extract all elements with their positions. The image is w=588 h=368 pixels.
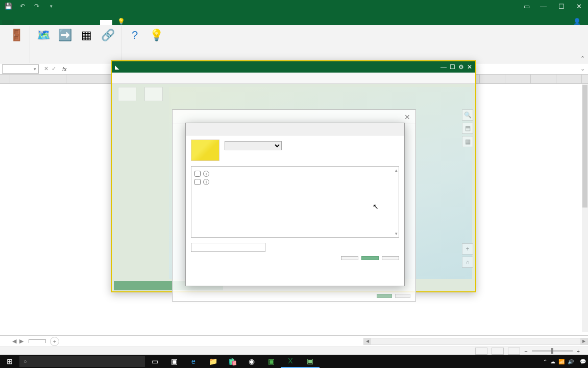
add-data-close-icon[interactable]: ✕ (404, 113, 410, 121)
go-to-map-icon: ➡️ (57, 27, 73, 43)
map-close-icon[interactable]: ✕ (467, 63, 472, 71)
enter-formula-icon[interactable]: ✓ (52, 65, 56, 72)
map-basemap-icon[interactable]: ▦ (462, 136, 473, 147)
horizontal-scrollbar[interactable] (363, 338, 588, 345)
add-map-button[interactable]: 🗺️ (33, 26, 54, 45)
start-button[interactable]: ⊞ (0, 355, 19, 368)
link-map-views-button[interactable]: 🔗 (97, 26, 118, 45)
from-excel-button[interactable] (142, 87, 165, 101)
fx-icon[interactable]: fx (62, 66, 67, 72)
chrome-icon[interactable]: ◉ (242, 355, 261, 368)
tray-up-icon[interactable]: ⌃ (543, 359, 547, 364)
column-header[interactable] (531, 75, 556, 83)
add-data-cancel-button[interactable] (395, 294, 410, 298)
close-icon[interactable]: ✕ (570, 0, 588, 12)
taskbar-search[interactable]: ○ (19, 356, 145, 367)
column-checkbox[interactable] (194, 171, 201, 177)
map-toolbar (112, 73, 475, 84)
add-data-button[interactable] (377, 294, 392, 298)
qat-customize-icon[interactable]: ▾ (46, 1, 56, 11)
page-layout-view-icon[interactable] (492, 348, 504, 355)
tab-formulas[interactable] (51, 20, 63, 25)
column-header[interactable] (480, 75, 505, 83)
add-sheet-button[interactable]: + (50, 337, 59, 346)
undo-icon[interactable]: ↶ (17, 1, 28, 11)
taskbar-app-icon[interactable]: ▣ (164, 355, 184, 368)
contents-button[interactable] (115, 87, 139, 101)
getting-started-button[interactable]: 💡 (146, 26, 166, 45)
scroll-up-icon[interactable]: ▴ (395, 168, 398, 173)
camtasia-icon[interactable]: ▣ (300, 355, 320, 368)
zoom-out-icon[interactable]: − (524, 348, 527, 354)
column-header[interactable] (66, 75, 112, 83)
page-break-view-icon[interactable] (508, 348, 520, 355)
map-maximize-icon[interactable]: ☐ (450, 63, 455, 71)
sheet-prev-icon[interactable]: ◀ (12, 338, 16, 344)
back-button[interactable] (341, 256, 358, 260)
redo-icon[interactable]: ↷ (32, 1, 42, 11)
cancel-button[interactable] (382, 256, 399, 260)
location-layer-select[interactable] (225, 141, 282, 150)
column-header[interactable] (10, 75, 66, 83)
tab-review[interactable] (76, 20, 88, 25)
tell-me-search[interactable]: 💡 (117, 18, 128, 25)
map-minimize-icon[interactable]: ― (440, 63, 447, 71)
store-icon[interactable]: 🛍️ (223, 355, 242, 368)
layer-thumbnail (191, 140, 219, 161)
map-layers-icon[interactable]: ▤ (462, 123, 473, 134)
tab-page-layout[interactable] (39, 20, 51, 25)
map-zoom-in-icon[interactable]: + (462, 243, 473, 255)
maximize-icon[interactable]: ☐ (552, 0, 570, 12)
network-icon[interactable]: 📶 (558, 359, 565, 364)
zoom-slider[interactable] (532, 350, 573, 352)
map-home-icon[interactable]: ⌂ (462, 257, 473, 268)
go-to-map-button[interactable]: ➡️ (55, 26, 75, 45)
columns-list[interactable]: i i ▴ ▾ (191, 166, 399, 238)
tab-file[interactable] (2, 20, 14, 25)
excel-taskbar-icon[interactable]: X (281, 355, 300, 368)
map-settings-icon[interactable]: ⚙ (458, 63, 464, 71)
zoom-in-icon[interactable]: + (577, 348, 580, 354)
tab-view[interactable] (88, 20, 100, 25)
tab-home[interactable] (14, 20, 27, 25)
vertical-scrollbar[interactable] (582, 84, 588, 332)
explorer-icon[interactable]: 📁 (203, 355, 223, 368)
onedrive-icon[interactable]: ☁ (550, 359, 555, 364)
map-search-icon[interactable]: 🔍 (462, 109, 473, 121)
tab-data[interactable] (63, 20, 76, 25)
cancel-formula-icon[interactable]: ✕ (44, 65, 48, 72)
volume-icon[interactable]: 🔊 (568, 359, 574, 364)
tab-insert[interactable] (27, 20, 39, 25)
map-panel-titlebar[interactable]: ◣ ― ☐ ⚙ ✕ (112, 61, 475, 73)
column-item[interactable]: i (194, 178, 396, 186)
sheet-tab[interactable] (29, 339, 46, 343)
info-icon[interactable]: i (203, 171, 209, 177)
column-header[interactable] (505, 75, 531, 83)
tab-arcgis-maps[interactable] (100, 20, 112, 25)
help-button[interactable]: ? (125, 26, 145, 45)
notepad-icon[interactable]: ▣ (261, 355, 281, 368)
name-box[interactable] (2, 64, 39, 74)
add-location-type-button[interactable] (361, 256, 379, 260)
map-back-icon[interactable]: ◣ (115, 64, 119, 71)
column-checkbox[interactable] (194, 179, 201, 185)
save-icon[interactable]: 💾 (3, 1, 13, 11)
minimize-icon[interactable]: ― (534, 0, 552, 12)
normal-view-icon[interactable] (475, 348, 487, 355)
info-icon[interactable]: i (203, 179, 209, 185)
column-header[interactable] (556, 75, 582, 83)
arrange-maps-button[interactable]: ▦ (76, 26, 96, 45)
custom-name-input[interactable] (191, 243, 265, 252)
select-all-corner[interactable] (0, 75, 10, 83)
sheet-next-icon[interactable]: ▶ (19, 338, 23, 344)
edge-icon[interactable]: e (184, 355, 203, 368)
sign-out-button[interactable]: 🚪 (6, 26, 27, 45)
scroll-down-icon[interactable]: ▾ (395, 231, 398, 236)
column-item[interactable]: i (194, 170, 396, 178)
notifications-icon[interactable]: 💬 (580, 359, 586, 364)
task-view-icon[interactable]: ▭ (145, 355, 164, 368)
share-button[interactable]: 👤 (573, 18, 581, 25)
ribbon-options-icon[interactable]: ▭ (519, 0, 534, 12)
expand-formula-icon[interactable]: ⌄ (577, 65, 588, 72)
collapse-ribbon-icon[interactable]: ⌃ (580, 55, 585, 62)
